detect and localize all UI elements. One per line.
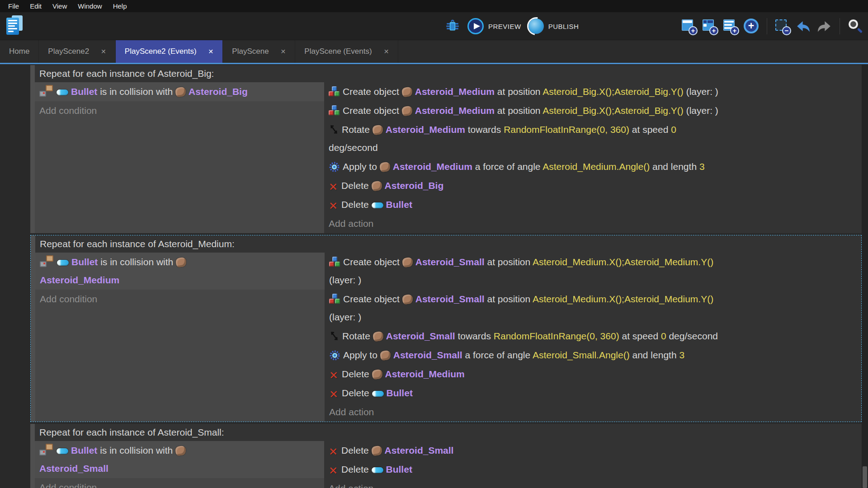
expression: RandomFloatInRange(0, 360) — [504, 124, 629, 135]
condition-row[interactable]: Bullet is in collision with Asteroid_Big — [35, 82, 324, 101]
toolbar-separator — [840, 18, 840, 34]
action-row[interactable]: Create object Asteroid_Small at position… — [325, 253, 861, 290]
tab-close-icon[interactable]: ✕ — [208, 48, 214, 55]
add-action-button[interactable]: Add action — [325, 403, 861, 422]
action-row[interactable]: Apply to Asteroid_Small a force of angle… — [325, 346, 861, 365]
tab-home[interactable]: Home — [0, 40, 39, 63]
action-row[interactable]: Rotate Asteroid_Small towards RandomFloa… — [325, 327, 861, 346]
tab-playscene[interactable]: PlayScene✕ — [223, 40, 295, 63]
redo-icon[interactable] — [816, 18, 832, 34]
object-name: Bullet — [71, 257, 98, 267]
action-row[interactable]: Create object Asteroid_Medium at positio… — [324, 82, 862, 101]
actions-column[interactable]: ✕Delete Asteroid_Small✕Delete BulletAdd … — [324, 441, 862, 488]
tab-close-icon[interactable]: ✕ — [101, 48, 106, 55]
tab-close-icon[interactable]: ✕ — [384, 48, 389, 55]
conditions-column[interactable]: Bullet is in collision with Asteroid_Med… — [35, 253, 325, 422]
instruction-text: Delete — [341, 199, 372, 210]
events-sheet[interactable]: Repeat for each instance of Asteroid_Big… — [0, 64, 868, 488]
delete-icon: ✕ — [329, 465, 340, 476]
bullet-object-icon — [57, 89, 68, 95]
object-name: Asteroid_Medium — [415, 86, 495, 97]
condition-row[interactable]: Bullet is in collision with Asteroid_Sma… — [35, 441, 324, 478]
instruction-text: Delete — [342, 369, 372, 379]
toolbar: PREVIEW PUBLISH ++++− — [0, 12, 868, 40]
condition-row[interactable]: Bullet is in collision with Asteroid_Med… — [35, 253, 325, 290]
menu-edit[interactable]: Edit — [24, 0, 47, 12]
add-circle-icon[interactable]: + — [743, 18, 760, 34]
action-row[interactable]: ✕Delete Asteroid_Big — [324, 176, 862, 195]
remove-selection-icon[interactable]: − — [774, 18, 791, 34]
debug-icon[interactable] — [445, 19, 460, 34]
object-name: Asteroid_Medium — [415, 105, 495, 116]
object-name: Bullet — [71, 86, 97, 97]
preview-label: PREVIEW — [488, 23, 521, 30]
conditions-column[interactable]: Bullet is in collision with Asteroid_Big… — [35, 82, 324, 233]
menu-help[interactable]: Help — [108, 0, 132, 12]
create-object-icon — [329, 86, 340, 97]
delete-icon: ✕ — [329, 201, 340, 211]
bullet-object-icon — [372, 202, 383, 208]
add-condition-button[interactable]: Add condition — [35, 290, 325, 309]
bullet-object-icon — [57, 448, 68, 454]
event-block[interactable]: Repeat for each instance of Asteroid_Sma… — [30, 424, 862, 488]
tab-playscene2[interactable]: PlayScene2✕ — [39, 40, 115, 63]
instruction-text: Create object — [343, 86, 402, 97]
action-row[interactable]: ✕Delete Asteroid_Small — [324, 441, 862, 460]
add-action-button[interactable]: Add action — [324, 214, 862, 233]
actions-column[interactable]: Create object Asteroid_Small at position… — [325, 253, 861, 422]
event-block[interactable]: Repeat for each instance of Asteroid_Big… — [30, 65, 862, 233]
action-row[interactable]: ✕Delete Asteroid_Medium — [325, 365, 861, 384]
action-row[interactable]: Apply to Asteroid_Medium a force of angl… — [324, 157, 862, 176]
toolbar-separator — [767, 18, 767, 34]
add-comment-icon[interactable]: + — [722, 18, 739, 34]
action-row[interactable]: Rotate Asteroid_Medium towards RandomFlo… — [324, 120, 862, 157]
tab-playscene-events-[interactable]: PlayScene (Events)✕ — [295, 40, 398, 63]
asteroid-object-icon — [401, 106, 413, 117]
preview-button[interactable]: PREVIEW — [467, 18, 521, 34]
event-block[interactable]: Repeat for each instance of Asteroid_Med… — [30, 235, 862, 422]
tab-close-icon[interactable]: ✕ — [281, 48, 286, 55]
undo-icon[interactable] — [795, 18, 811, 34]
instruction-text: (layer: ) — [329, 312, 361, 322]
event-drag-handle[interactable] — [31, 235, 35, 422]
publish-button[interactable]: PUBLISH — [528, 19, 579, 34]
repeat-event-header[interactable]: Repeat for each instance of Asteroid_Sma… — [35, 424, 862, 441]
instruction-text: towards — [455, 331, 494, 341]
instruction-text: and length — [630, 350, 679, 360]
tab-label: PlayScene (Events) — [304, 47, 372, 56]
menu-window[interactable]: Window — [72, 0, 107, 12]
add-event-icon[interactable]: + — [681, 18, 697, 34]
actions-column[interactable]: Create object Asteroid_Medium at positio… — [324, 82, 862, 233]
add-condition-button[interactable]: Add condition — [35, 101, 324, 120]
add-action-button[interactable]: Add action — [324, 479, 862, 488]
menu-view[interactable]: View — [47, 0, 72, 12]
instruction-text: at position — [485, 294, 533, 304]
action-row[interactable]: ✕Delete Bullet — [324, 195, 862, 214]
vertical-scrollbar[interactable] — [862, 64, 868, 488]
project-manager-icon[interactable] — [5, 15, 25, 37]
object-name: Asteroid_Big — [189, 86, 248, 97]
tab-playscene2-events-[interactable]: PlayScene2 (Events)✕ — [116, 40, 223, 63]
menu-file[interactable]: File — [3, 0, 24, 12]
add-subevent-icon[interactable]: + — [702, 18, 718, 34]
add-condition-button[interactable]: Add condition — [35, 478, 324, 488]
scrollbar-thumb[interactable] — [863, 466, 867, 488]
instruction-text: deg/second — [666, 331, 718, 341]
event-drag-handle[interactable] — [30, 65, 35, 233]
action-row[interactable]: ✕Delete Bullet — [325, 384, 861, 403]
repeat-event-header[interactable]: Repeat for each instance of Asteroid_Big… — [35, 65, 862, 82]
event-drag-handle[interactable] — [30, 424, 35, 488]
expression: 0 — [671, 124, 676, 135]
action-row[interactable]: Create object Asteroid_Small at position… — [325, 290, 861, 327]
repeat-event-header[interactable]: Repeat for each instance of Asteroid_Med… — [35, 235, 861, 253]
apply-force-icon — [329, 349, 340, 360]
instruction-text: Apply to — [343, 161, 380, 172]
action-row[interactable]: Create object Asteroid_Medium at positio… — [324, 101, 862, 120]
conditions-column[interactable]: Bullet is in collision with Asteroid_Sma… — [35, 441, 324, 488]
delete-icon: ✕ — [329, 370, 340, 381]
object-name: Asteroid_Small — [39, 463, 108, 474]
instruction-text: Delete — [341, 180, 372, 191]
object-name: Asteroid_Small — [386, 331, 455, 341]
action-row[interactable]: ✕Delete Bullet — [324, 460, 862, 479]
search-icon[interactable] — [847, 18, 863, 34]
